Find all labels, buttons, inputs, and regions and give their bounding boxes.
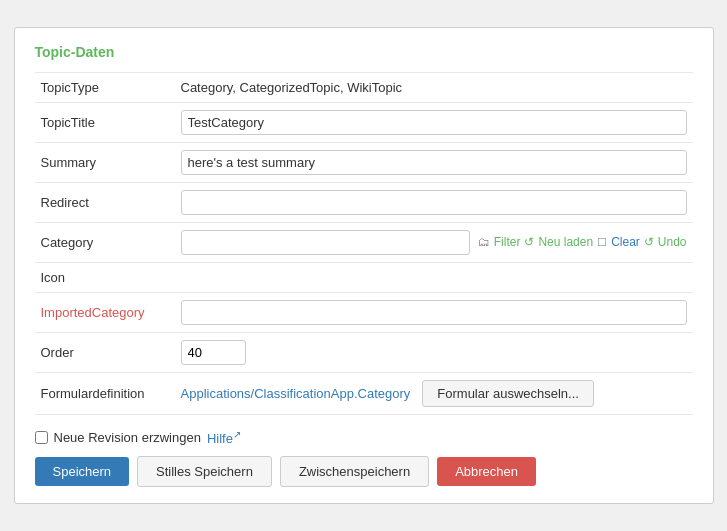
neue-revision-checkbox[interactable] — [35, 431, 48, 444]
table-row: ImportedCategory — [35, 292, 693, 332]
category-actions: 🗂 Filter ↺ Neu laden ☐ Clear ↺ Undo — [478, 235, 687, 249]
table-row: Summary — [35, 142, 693, 182]
table-row: Icon — [35, 262, 693, 292]
silent-save-button[interactable]: Stilles Speichern — [137, 456, 272, 487]
table-row: Category 🗂 Filter ↺ Neu laden ☐ Clear ↺ … — [35, 222, 693, 262]
cancel-button[interactable]: Abbrechen — [437, 457, 536, 486]
redirect-cell — [175, 182, 693, 222]
button-row: Speichern Stilles Speichern Zwischenspei… — [35, 456, 693, 487]
category-label: Category — [35, 222, 175, 262]
clear-box-icon: ☐ — [597, 236, 607, 249]
neu-laden-link[interactable]: Neu laden — [538, 235, 593, 249]
category-input[interactable] — [181, 230, 470, 255]
filter-icon: 🗂 — [478, 235, 490, 249]
formular-switch-button[interactable]: Formular auswechseln... — [422, 380, 594, 407]
footer-section: Neue Revision erzwingen Hilfe↗ Speichern… — [35, 429, 693, 487]
formulardefinition-label: Formulardefinition — [35, 372, 175, 414]
order-input[interactable] — [181, 340, 246, 365]
order-label: Order — [35, 332, 175, 372]
main-panel: Topic-Daten TopicType Category, Categori… — [14, 27, 714, 504]
checkbox-row: Neue Revision erzwingen Hilfe↗ — [35, 429, 693, 446]
formular-link[interactable]: Applications/ClassificationApp.Category — [181, 386, 411, 401]
hilfe-link[interactable]: Hilfe↗ — [207, 429, 241, 446]
category-row: 🗂 Filter ↺ Neu laden ☐ Clear ↺ Undo — [181, 230, 687, 255]
topictitle-label: TopicTitle — [35, 102, 175, 142]
external-link-icon: ↗ — [233, 429, 241, 440]
reload-icon: ↺ — [524, 235, 534, 249]
importedcategory-input[interactable] — [181, 300, 687, 325]
save-button[interactable]: Speichern — [35, 457, 130, 486]
importedcategory-cell — [175, 292, 693, 332]
importedcategory-label: ImportedCategory — [35, 292, 175, 332]
icon-cell — [175, 262, 693, 292]
summary-cell — [175, 142, 693, 182]
icon-label: Icon — [35, 262, 175, 292]
redirect-label: Redirect — [35, 182, 175, 222]
table-row: TopicTitle — [35, 102, 693, 142]
redirect-input[interactable] — [181, 190, 687, 215]
intermediate-save-button[interactable]: Zwischenspeichern — [280, 456, 429, 487]
table-row: Order — [35, 332, 693, 372]
topictitle-input[interactable] — [181, 110, 687, 135]
form-table: TopicType Category, CategorizedTopic, Wi… — [35, 72, 693, 415]
undo-link[interactable]: Undo — [658, 235, 687, 249]
panel-title: Topic-Daten — [35, 44, 693, 60]
category-cell: 🗂 Filter ↺ Neu laden ☐ Clear ↺ Undo — [175, 222, 693, 262]
summary-label: Summary — [35, 142, 175, 182]
topictype-value: Category, CategorizedTopic, WikiTopic — [175, 72, 693, 102]
clear-link[interactable]: Clear — [611, 235, 640, 249]
formulardefinition-cell: Applications/ClassificationApp.Category … — [175, 372, 693, 414]
topictitle-cell — [175, 102, 693, 142]
table-row: Formulardefinition Applications/Classifi… — [35, 372, 693, 414]
topictype-label: TopicType — [35, 72, 175, 102]
order-cell — [175, 332, 693, 372]
filter-link[interactable]: Filter — [494, 235, 521, 249]
table-row: TopicType Category, CategorizedTopic, Wi… — [35, 72, 693, 102]
table-row: Redirect — [35, 182, 693, 222]
undo-icon: ↺ — [644, 235, 654, 249]
neue-revision-label: Neue Revision erzwingen — [54, 430, 201, 445]
summary-input[interactable] — [181, 150, 687, 175]
formular-row: Applications/ClassificationApp.Category … — [181, 380, 687, 407]
